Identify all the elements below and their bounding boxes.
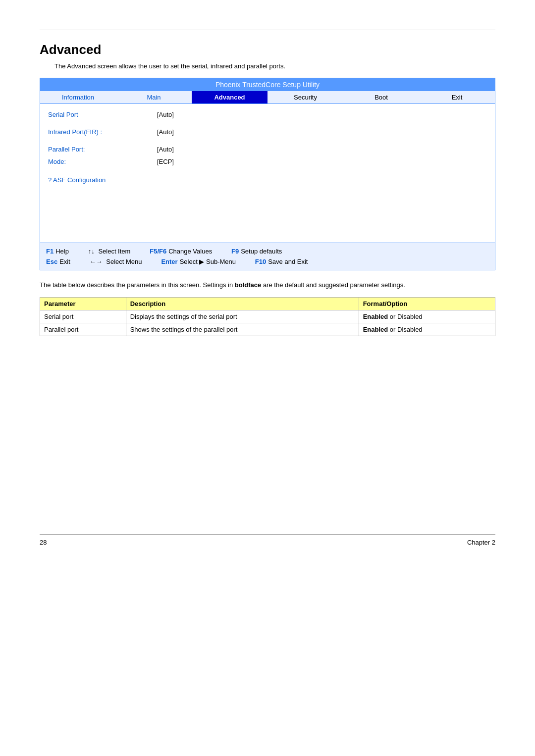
- cell-format-serial: Enabled or Disabled: [359, 310, 495, 323]
- asf-configuration-label[interactable]: ? ASF Configuration: [48, 171, 487, 186]
- top-rule: [40, 30, 495, 30]
- bios-row-serial-port: Serial Port [Auto]: [48, 107, 487, 119]
- page-footer: 28 Chapter 2: [40, 539, 495, 546]
- cell-desc-parallel: Shows the settings of the parallel port: [126, 323, 359, 336]
- bottom-rule: [40, 534, 495, 535]
- bios-title-bar: Phoenix TrustedCore Setup Utility: [40, 78, 495, 91]
- page-number: 28: [40, 539, 47, 546]
- description-text: The table below describes the parameters…: [40, 280, 495, 290]
- infrared-port-value: [Auto]: [157, 128, 174, 136]
- bios-footer-row-1: F1 Help ↑↓ Select Item F5/F6 Change Valu…: [46, 246, 489, 256]
- bios-nav: Information Main Advanced Security Boot …: [40, 91, 495, 104]
- nav-boot[interactable]: Boot: [343, 91, 419, 103]
- page-title: Advanced: [40, 42, 495, 57]
- col-format: Format/Option: [359, 297, 495, 310]
- param-table: Parameter Description Format/Option Seri…: [40, 297, 495, 336]
- cell-desc-serial: Displays the settings of the serial port: [126, 310, 359, 323]
- table-row: Serial port Displays the settings of the…: [40, 310, 495, 323]
- f1-desc: Help: [55, 248, 74, 255]
- nav-main[interactable]: Main: [116, 91, 192, 103]
- updown-arrow-icon: ↑↓: [88, 248, 97, 255]
- nav-security[interactable]: Security: [268, 91, 343, 103]
- leftright-arrow-icon: ←→: [90, 258, 105, 265]
- enter-desc: Select ▶ Sub-Menu: [180, 258, 241, 265]
- cell-format-parallel: Enabled or Disabled: [359, 323, 495, 336]
- parallel-port-label: Parallel Port:: [48, 146, 147, 153]
- f9-key: F9: [231, 248, 239, 255]
- nav-advanced[interactable]: Advanced: [192, 91, 268, 103]
- bios-footer: F1 Help ↑↓ Select Item F5/F6 Change Valu…: [40, 243, 495, 270]
- parallel-port-value: [Auto]: [157, 146, 174, 153]
- bios-footer-row-2: Esc Exit ←→ Select Menu Enter Select ▶ S…: [46, 256, 489, 267]
- f9-desc: Setup defaults: [241, 248, 282, 255]
- f10-desc: Save and Exit: [268, 258, 308, 265]
- infrared-port-label: Infrared Port(FIR) :: [48, 128, 147, 136]
- f1-key: F1: [46, 248, 54, 255]
- mode-value: [ECP]: [157, 158, 174, 165]
- table-row: Parallel port Shows the settings of the …: [40, 323, 495, 336]
- select-menu-desc: Select Menu: [106, 258, 147, 265]
- bios-row-parallel: Parallel Port: [Auto]: [48, 142, 487, 154]
- intro-text: The Advanced screen allows the user to s…: [54, 62, 495, 70]
- serial-port-label: Serial Port: [48, 111, 147, 118]
- nav-exit[interactable]: Exit: [419, 91, 495, 103]
- col-parameter: Parameter: [40, 297, 126, 310]
- nav-information[interactable]: Information: [40, 91, 116, 103]
- serial-port-value: [Auto]: [157, 111, 174, 118]
- f10-key: F10: [255, 258, 266, 265]
- cell-param-parallel: Parallel port: [40, 323, 126, 336]
- bios-row-mode: Mode: [ECP]: [48, 154, 487, 166]
- enter-key: Enter: [161, 258, 177, 265]
- bios-row-infrared: Infrared Port(FIR) : [Auto]: [48, 124, 487, 137]
- esc-desc: Exit: [59, 258, 76, 265]
- select-item-desc: Select Item: [98, 248, 136, 255]
- mode-label: Mode:: [48, 158, 147, 165]
- col-description: Description: [126, 297, 359, 310]
- esc-key: Esc: [46, 258, 57, 265]
- f5f6-key: F5/F6: [150, 248, 166, 255]
- bios-content: Serial Port [Auto] Infrared Port(FIR) : …: [40, 104, 495, 243]
- chapter-label: Chapter 2: [467, 539, 495, 546]
- cell-param-serial: Serial port: [40, 310, 126, 323]
- bios-box: Phoenix TrustedCore Setup Utility Inform…: [40, 78, 495, 270]
- f5f6-desc: Change Values: [168, 248, 217, 255]
